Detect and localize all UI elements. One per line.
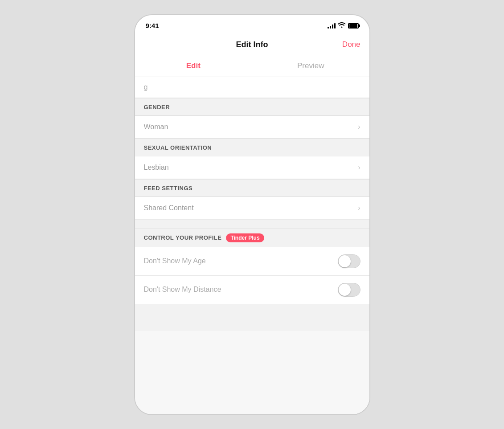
section-title-orientation: SEXUAL ORIENTATION [144,144,212,151]
control-profile-header: CONTROL YOUR PROFILE Tinder Plus [135,229,369,247]
signal-icon [328,23,336,29]
row-lesbian[interactable]: Lesbian › [135,156,369,179]
tab-edit-label: Edit [186,61,201,70]
row-shared-content-text: Shared Content [144,204,194,212]
row-woman[interactable]: Woman › [135,116,369,139]
battery-icon [348,23,359,29]
section-title-feed: FEED SETTINGS [144,185,193,192]
bottom-gap [135,304,369,331]
toggle-row-age[interactable]: Don't Show My Age [135,247,369,276]
status-time: 9:41 [146,22,159,29]
tab-preview[interactable]: Preview [252,55,369,77]
wifi-icon [338,22,345,29]
row-woman-text: Woman [144,123,168,131]
nav-bar: Edit Info Done [135,35,369,55]
row-lesbian-text: Lesbian [144,163,169,172]
partial-text: g [144,83,148,91]
scroll-content: g GENDER Woman › SEXUAL ORIENTATION Lesb… [135,77,369,414]
row-shared-content[interactable]: Shared Content › [135,197,369,220]
control-profile-title: CONTROL YOUR PROFILE [144,234,222,241]
status-icons [328,22,359,29]
toggle-row-distance[interactable]: Don't Show My Distance [135,276,369,304]
toggle-age-knob [339,255,351,267]
section-header-gender: GENDER [135,98,369,116]
tab-preview-label: Preview [297,61,324,70]
tab-edit[interactable]: Edit [135,55,252,77]
toggle-label-age: Don't Show My Age [144,257,206,265]
status-bar: 9:41 [135,15,369,35]
done-button[interactable]: Done [342,40,361,49]
chevron-icon-2: › [358,163,360,172]
tab-bar: Edit Preview [135,55,369,77]
phone-frame: 9:41 Edit Info Done [134,14,370,415]
chevron-icon-3: › [358,204,360,212]
tinder-plus-badge: Tinder Plus [226,233,264,242]
toggle-distance-knob [339,284,351,296]
toggle-age-switch[interactable] [338,254,361,268]
partial-row: g [135,77,369,98]
toggle-label-distance: Don't Show My Distance [144,286,221,294]
section-header-orientation: SEXUAL ORIENTATION [135,139,369,156]
chevron-icon: › [358,123,360,131]
gap-section [135,220,369,229]
toggle-distance-switch[interactable] [338,283,361,297]
nav-title: Edit Info [236,40,268,49]
section-header-feed: FEED SETTINGS [135,179,369,197]
section-title-gender: GENDER [144,104,170,110]
